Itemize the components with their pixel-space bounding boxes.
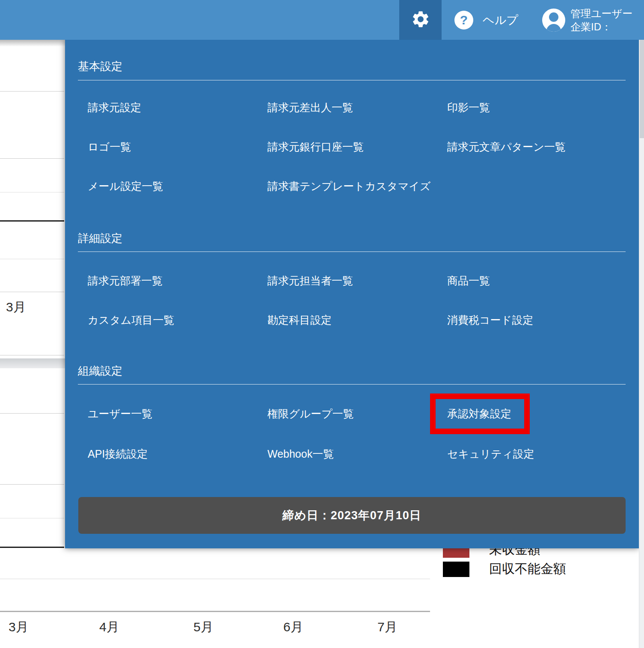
legend-item-uncollectible: 回収不能金額 (443, 560, 566, 578)
menu-item-tax-code-settings[interactable]: 消費税コード設定 (447, 313, 627, 327)
user-avatar-icon (542, 9, 565, 32)
bg-gray-band (0, 358, 65, 368)
legend-label: 回収不能金額 (489, 560, 566, 578)
menu-item-invoice-template-customize[interactable]: 請求書テンプレートカスタマイズ (267, 179, 447, 193)
bg-gridline (0, 158, 64, 159)
bg-gridline (0, 355, 64, 355)
menu-item-biller-sender-list[interactable]: 請求元差出人一覧 (267, 101, 447, 115)
chart-gridline (0, 579, 430, 579)
screen: 3月 3月 4月 5月 6月 7月 未収金額 回収不能金額 基本設定 請求元設定… (0, 0, 644, 648)
x-axis-label: 6月 (283, 618, 322, 636)
closing-date-bar: 締め日：2023年07月10日 (78, 497, 626, 534)
section-title-basic: 基本設定 (78, 59, 122, 74)
menu-item-approval-target-settings[interactable]: 承認対象設定 (447, 407, 627, 421)
bg-gridline (0, 259, 64, 259)
menu-item-product-list[interactable]: 商品一覧 (447, 274, 627, 288)
header-drop-shadow (0, 40, 65, 47)
x-axis-label: 3月 (9, 618, 47, 636)
user-info-text: 管理ユーザー 企業ID： (570, 7, 632, 33)
bg-gridline (0, 91, 64, 92)
menu-item-biller-bank-account-list[interactable]: 請求元銀行口座一覧 (267, 140, 447, 154)
menu-item-mail-settings-list[interactable]: メール設定一覧 (88, 179, 267, 193)
user-menu[interactable]: 管理ユーザー 企業ID： (542, 0, 632, 40)
section-title-organization: 組織設定 (78, 364, 122, 379)
bg-gridline (0, 192, 64, 192)
menu-item-biller-text-pattern-list[interactable]: 請求元文章パターン一覧 (447, 140, 627, 154)
section-divider (78, 252, 626, 252)
chart-x-axis (0, 611, 430, 612)
x-axis-label: 7月 (377, 618, 416, 636)
scrollbar-thumb[interactable] (640, 40, 644, 138)
menu-item-api-connection-settings[interactable]: API接続設定 (88, 447, 267, 461)
settings-gear-button[interactable] (399, 0, 442, 40)
settings-dropdown-panel: 基本設定 請求元設定 請求元差出人一覧 印影一覧 ロゴ一覧 請求元銀行口座一覧 … (65, 40, 639, 548)
menu-item-webhook-list[interactable]: Webhook一覧 (267, 447, 447, 461)
menu-item-custom-field-list[interactable]: カスタム項目一覧 (88, 313, 267, 327)
x-axis-label: 5月 (193, 618, 232, 636)
menu-item-security-settings[interactable]: セキュリティ設定 (447, 447, 627, 461)
menu-item-permission-group-list[interactable]: 権限グループ一覧 (267, 407, 447, 421)
section-divider (78, 80, 626, 80)
section-divider (78, 384, 626, 385)
menu-item-biller-department-list[interactable]: 請求元部署一覧 (88, 274, 267, 288)
gear-icon (411, 9, 430, 31)
user-role-label: 管理ユーザー (570, 7, 632, 20)
bg-gridline-dark (0, 547, 64, 548)
menu-item-seal-list[interactable]: 印影一覧 (447, 101, 627, 115)
help-icon: ? (454, 11, 473, 30)
menu-item-account-title-settings[interactable]: 勘定科目設定 (267, 313, 447, 327)
legend-swatch-black (443, 562, 469, 577)
top-header-bar: ? ヘルプ 管理ユーザー 企業ID： (0, 0, 644, 40)
bg-gridline-dark (0, 220, 64, 222)
x-axis-label: 4月 (99, 618, 138, 636)
bg-gridline (0, 484, 64, 485)
menu-item-biller-staff-list[interactable]: 請求元担当者一覧 (267, 274, 447, 288)
menu-item-biller-settings[interactable]: 請求元設定 (88, 101, 267, 115)
section-title-detail: 詳細設定 (78, 231, 122, 246)
bg-y-axis-label: 3月 (6, 299, 26, 316)
menu-item-user-list[interactable]: ユーザー一覧 (88, 407, 267, 421)
bg-gridline (0, 292, 64, 292)
menu-item-logo-list[interactable]: ロゴ一覧 (88, 140, 267, 154)
bg-gridline (0, 518, 64, 518)
company-id-label: 企業ID： (570, 20, 632, 33)
help-label: ヘルプ (483, 12, 518, 28)
closing-date-text: 締め日：2023年07月10日 (282, 508, 421, 523)
help-button[interactable]: ? ヘルプ (454, 0, 518, 40)
vertical-scrollbar[interactable] (639, 40, 644, 648)
bg-gridline (0, 413, 64, 414)
